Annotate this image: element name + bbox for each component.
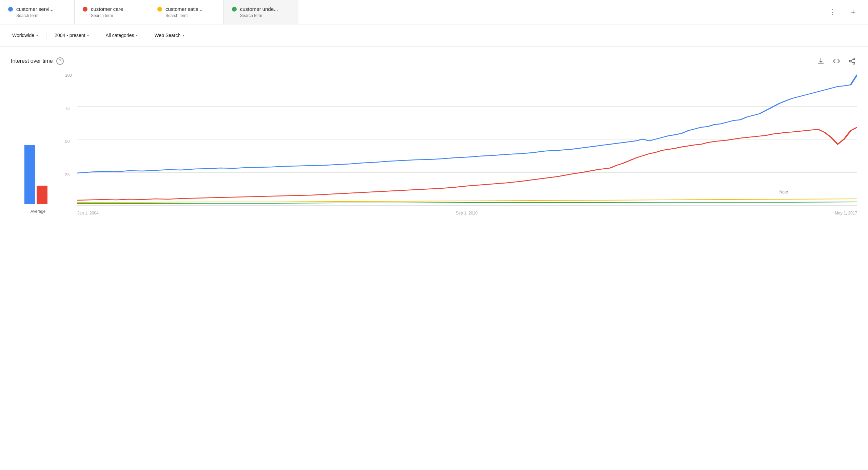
x-label-2010: Sep 1, 2010 [456,211,478,215]
term-label-3: customer unde... [240,6,278,12]
help-icon[interactable]: ? [56,57,64,65]
location-filter-arrow: ▾ [36,34,38,37]
term-dot-0 [8,7,13,12]
x-label-2017: May 1, 2017 [835,211,857,215]
trend-lines-svg [77,73,857,205]
more-options-button[interactable]: ⋮ [826,5,840,19]
download-button[interactable] [816,56,826,66]
category-filter-arrow: ▾ [136,34,138,37]
chart-header: Interest over time ? [11,56,857,66]
y-label-25: 25 [65,172,72,177]
svg-point-0 [853,58,855,60]
avg-section: Average [11,73,65,215]
filter-sep-3 [146,32,146,39]
svg-line-4 [851,59,853,61]
chart-plot: Note [77,73,857,205]
chart-actions [816,56,857,66]
category-filter[interactable]: All categories ▾ [101,30,142,41]
y-axis-labels: 100 75 50 25 [65,73,75,205]
red-trend-line [77,127,857,200]
term-sublabel-2: Search term [157,13,215,18]
term-dot-2 [157,7,162,12]
y-label-75: 75 [65,106,72,111]
search-type-filter-label: Web Search [154,33,180,38]
x-label-2004: Jan 1, 2004 [77,211,99,215]
term-label-0: customer servi... [16,6,54,12]
search-type-filter-arrow: ▾ [182,34,184,37]
filter-sep-2 [97,32,97,39]
search-term-actions: ⋮ + [818,0,868,24]
term-label-1: customer care [91,6,123,12]
embed-button[interactable] [831,56,842,66]
filter-sep-1 [46,32,46,39]
avg-label: Average [31,209,45,214]
chart-section: Interest over time ? [0,46,868,215]
date-filter[interactable]: 2004 - present ▾ [51,30,93,41]
y-label-100: 100 [65,73,72,78]
date-filter-arrow: ▾ [87,34,89,37]
note-label: Note [778,190,789,194]
svg-point-1 [849,60,851,62]
search-terms-bar: customer servi... Search term customer c… [0,0,868,24]
location-filter-label: Worldwide [12,33,34,38]
term-sublabel-0: Search term [8,13,66,18]
svg-point-2 [853,62,855,64]
avg-bars [24,73,52,205]
filters-bar: Worldwide ▾ 2004 - present ▾ All categor… [0,24,868,46]
search-type-filter[interactable]: Web Search ▾ [150,30,188,41]
y-label-50: 50 [65,139,72,144]
term-label-2: customer satis... [165,6,202,12]
add-term-button[interactable]: + [846,5,860,19]
term-sublabel-3: Search term [232,13,290,18]
line-chart-wrapper: 100 75 50 25 [65,73,857,215]
chart-container: Average 100 75 50 25 [11,73,857,215]
location-filter[interactable]: Worldwide ▾ [8,30,42,41]
blue-trend-line [77,75,857,173]
x-axis-labels: Jan 1, 2004 Sep 1, 2010 May 1, 2017 [77,205,857,215]
search-term-item-1[interactable]: customer care Search term [75,0,149,24]
chart-title-group: Interest over time ? [11,57,64,65]
avg-bar-red [37,186,47,204]
term-dot-3 [232,7,237,12]
term-dot-1 [83,7,87,12]
share-button[interactable] [847,56,857,66]
search-term-item-2[interactable]: customer satis... Search term [149,0,224,24]
svg-line-3 [851,61,853,63]
search-term-item-0[interactable]: customer servi... Search term [0,0,75,24]
term-sublabel-1: Search term [83,13,141,18]
date-filter-label: 2004 - present [55,33,85,38]
chart-title: Interest over time [11,58,53,64]
category-filter-label: All categories [105,33,134,38]
search-term-item-3[interactable]: customer unde... Search term [224,0,298,24]
avg-bar-blue [24,145,35,204]
